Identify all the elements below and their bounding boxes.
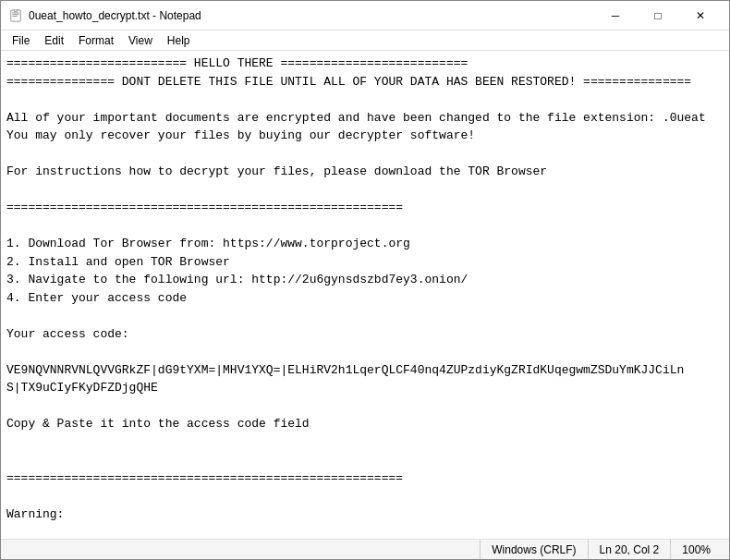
menu-file[interactable]: File: [5, 32, 37, 49]
menu-format[interactable]: Format: [71, 32, 121, 49]
close-button[interactable]: ✕: [679, 1, 722, 30]
status-zoom: 100%: [671, 540, 722, 559]
menu-bar: File Edit Format View Help: [1, 30, 729, 51]
status-encoding: Windows (CRLF): [481, 540, 588, 559]
status-position: Ln 20, Col 2: [589, 540, 672, 559]
maximize-button[interactable]: □: [637, 1, 679, 30]
svg-rect-2: [13, 14, 19, 15]
title-bar: 0ueat_howto_decrypt.txt - Notepad ─ □ ✕: [1, 1, 729, 30]
notepad-icon: [8, 8, 23, 23]
menu-edit[interactable]: Edit: [37, 32, 71, 49]
status-bar: Windows (CRLF) Ln 20, Col 2 100%: [1, 539, 729, 559]
notepad-window: 0ueat_howto_decrypt.txt - Notepad ─ □ ✕ …: [0, 0, 730, 560]
svg-rect-1: [13, 12, 19, 13]
menu-help[interactable]: Help: [160, 32, 198, 49]
svg-rect-4: [14, 9, 18, 12]
window-controls: ─ □ ✕: [594, 1, 722, 30]
window-title: 0ueat_howto_decrypt.txt - Notepad: [29, 9, 594, 22]
svg-rect-3: [13, 16, 18, 17]
status-empty: [8, 540, 481, 559]
menu-view[interactable]: View: [121, 32, 160, 49]
minimize-button[interactable]: ─: [594, 1, 637, 30]
content-wrapper: 0ueat: [1, 51, 729, 539]
text-editor[interactable]: [1, 51, 729, 539]
